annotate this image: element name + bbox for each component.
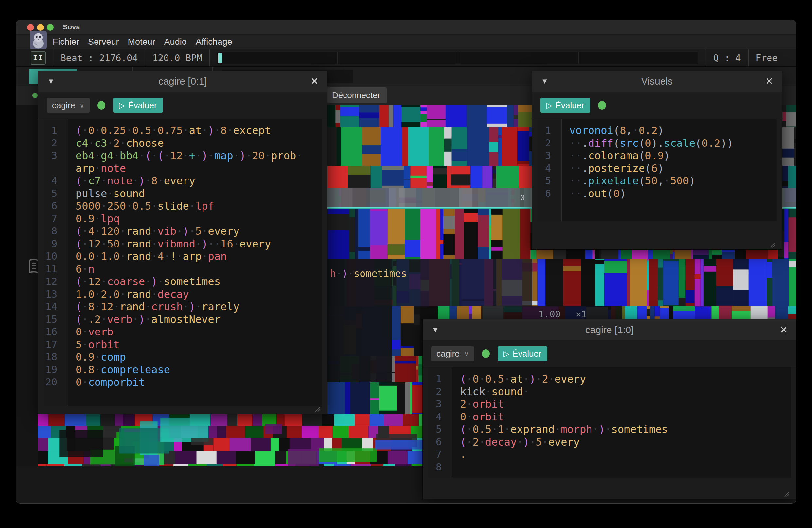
line-number: 17 (44, 338, 62, 351)
whitespace-dot: · (348, 268, 354, 279)
line-number: 12 (44, 275, 62, 288)
whitespace-dot: · (246, 149, 252, 162)
code-line-content (447, 461, 791, 474)
titlebar[interactable]: Sova (16, 20, 796, 35)
code-line-content: (·0·0.25·0.5·0.75·at·)·8·except (62, 124, 322, 137)
code-token: exprand (510, 423, 554, 436)
whitespace-dot: · (120, 225, 126, 238)
resize-handle-icon[interactable] (768, 241, 775, 248)
line-number: 4 (44, 175, 62, 187)
code-token: 1 (498, 423, 504, 436)
resize-handle-icon[interactable] (314, 405, 321, 412)
whitespace-dot: · (576, 149, 582, 162)
code-token: note (107, 175, 132, 187)
whitespace-dot: · (145, 300, 151, 313)
code-token: 5 (76, 338, 82, 351)
code-token: 50 (107, 238, 120, 251)
code-line: 6··.out(0) (537, 187, 777, 200)
code-token: comp (101, 351, 126, 364)
collapse-icon[interactable]: ▼ (47, 77, 55, 86)
whitespace-dot: · (151, 149, 157, 162)
code-line: 1(·0·0.5·at·)·2·every (428, 373, 791, 386)
code-line-content: 0.0·1.0·rand·4·!·arp·pan (62, 250, 322, 263)
close-window-button[interactable] (27, 24, 34, 31)
panel-header[interactable]: ▼ cagire [0:1] ✕ (38, 71, 327, 92)
evaluate-button[interactable]: ▷Évaluer (540, 98, 590, 113)
close-icon[interactable]: ✕ (765, 76, 773, 87)
code-token: 5 (195, 225, 202, 238)
whitespace-dot: · (296, 149, 302, 162)
whitespace-dot: · (139, 149, 145, 162)
whitespace-dot: · (95, 124, 101, 137)
code-token: 0.5 (132, 200, 151, 212)
background-code-fragment: h·)·sometimes (330, 268, 407, 279)
code-token: kick (460, 386, 485, 398)
code-line-content: (·0.5·1·exprand·morph·)·sometimes (447, 423, 791, 436)
evaluate-button[interactable]: ▷Évaluer (113, 98, 163, 113)
panel-header[interactable]: ▼ Visuels ✕ (532, 71, 782, 92)
resize-handle-icon[interactable] (783, 490, 790, 497)
active-status-dot (98, 101, 105, 109)
evaluate-button[interactable]: ▷Évaluer (497, 346, 547, 361)
code-token: ) (689, 175, 695, 187)
buffer-select-dropdown[interactable]: cagire∨ (431, 346, 474, 361)
menu-item-moteur[interactable]: Moteur (128, 37, 155, 47)
code-token: sometimes (611, 423, 668, 436)
editor-panel-visuels: ▼ Visuels ✕ ▷Évaluer 1voronoi(8,·0.2)2··… (532, 71, 782, 250)
code-token: 500 (670, 175, 689, 187)
menu-item-serveur[interactable]: Serveur (88, 37, 119, 47)
code-token: every (164, 175, 195, 187)
code-token: bb4 (120, 149, 139, 162)
code-editor[interactable]: 1(·0·0.25·0.5·0.75·at·)·8·except2c4·c3·2… (44, 119, 322, 406)
code-token: pulse (76, 187, 107, 200)
beat-progress-bar[interactable] (217, 52, 699, 64)
pause-button[interactable]: II (31, 51, 46, 65)
code-token: ( (460, 373, 466, 386)
code-token: scale (664, 137, 695, 150)
panel-header[interactable]: ▼ cagire [1:0] ✕ (423, 319, 796, 340)
line-number: 16 (44, 326, 62, 338)
whitespace-dot: · (183, 300, 189, 313)
whitespace-dot: · (120, 238, 126, 251)
code-token: 0 (460, 411, 466, 423)
whitespace-dot: · (536, 373, 542, 386)
code-token: 0.5 (473, 423, 492, 436)
divider (748, 49, 749, 66)
chevron-down-icon: ∨ (464, 350, 469, 358)
code-token: 0.8 (76, 364, 95, 376)
code-line-content: 1.0·2.0·rand·decay (62, 288, 322, 301)
minimize-window-button[interactable] (37, 24, 44, 31)
menu-item-affichage[interactable]: Affichage (195, 37, 232, 47)
code-token: 0.5 (132, 124, 151, 137)
code-line-content: (·12·coarse·)·sometimes (62, 275, 322, 288)
whitespace-dot: · (95, 300, 101, 313)
code-line: 2kick·sound· (428, 386, 791, 398)
code-token: posterize (588, 162, 645, 175)
whitespace-dot: · (151, 124, 157, 137)
whitespace-dot: · (183, 124, 189, 137)
code-token: arp (183, 250, 202, 263)
close-icon[interactable]: ✕ (780, 324, 788, 335)
close-icon[interactable]: ✕ (310, 76, 319, 87)
menu-item-fichier[interactable]: Fichier (53, 37, 79, 47)
menu-item-audio[interactable]: Audio (164, 37, 187, 47)
code-token: ) (139, 313, 145, 326)
whitespace-dot: · (157, 175, 163, 187)
disconnect-button[interactable]: Déconnecter (325, 87, 387, 103)
code-line-content: (·2·decay·)·5·every (447, 436, 791, 449)
line-number: 11 (44, 263, 62, 276)
code-editor[interactable]: 1voronoi(8,·0.2)2··.diff(src(0).scale(0.… (537, 119, 777, 221)
code-editor[interactable]: 1(·0·0.5·at·)·2·every2kick·sound·32·orbi… (428, 367, 791, 478)
zoom-window-button[interactable] (47, 24, 54, 31)
collapse-icon[interactable]: ▼ (432, 326, 439, 334)
collapse-icon[interactable]: ▼ (541, 77, 548, 86)
code-token: 2 (473, 436, 479, 449)
code-token: choose (126, 137, 164, 150)
buffer-select-dropdown[interactable]: cagire∨ (47, 98, 90, 113)
whitespace-dot: · (151, 225, 157, 238)
code-token: at (189, 124, 202, 137)
line-number: 3 (428, 398, 447, 411)
line-number: 6 (44, 200, 62, 212)
code-line: 70.9·lpq (44, 212, 322, 225)
app-window: Sova FichierServeurMoteurAudioAffichage … (16, 20, 796, 504)
